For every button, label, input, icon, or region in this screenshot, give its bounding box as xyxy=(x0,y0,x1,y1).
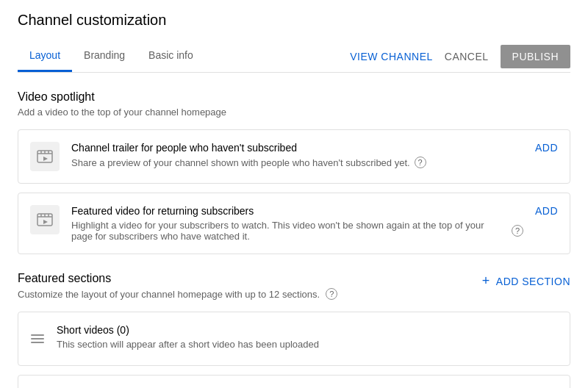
view-channel-button[interactable]: VIEW CHANNEL xyxy=(350,51,433,62)
trailer-icon xyxy=(30,142,60,171)
add-section-button[interactable]: + ADD SECTION xyxy=(482,272,570,289)
svg-marker-5 xyxy=(43,157,48,161)
featured-sections-header: Featured sections Customize the layout o… xyxy=(18,272,570,300)
featured-sections-subtitle-row: Customize the layout of your channel hom… xyxy=(18,288,482,300)
tab-basic-info[interactable]: Basic info xyxy=(137,40,205,72)
trailer-add-button[interactable]: ADD xyxy=(535,142,558,154)
tabs-nav: Layout Branding Basic info xyxy=(18,40,205,72)
featured-video-desc: Highlight a video for your subscribers t… xyxy=(71,220,523,242)
tab-branding[interactable]: Branding xyxy=(72,40,137,72)
page-title: Channel customization xyxy=(18,12,570,29)
featured-video-title: Featured video for returning subscribers xyxy=(71,205,523,217)
video-spotlight-section: Video spotlight Add a video to the top o… xyxy=(18,90,570,254)
short-videos-drag-handle[interactable] xyxy=(30,324,45,353)
tab-layout[interactable]: Layout xyxy=(18,40,72,72)
short-videos-card: Short videos (0) This section will appea… xyxy=(18,312,570,366)
header-row: Layout Branding Basic info VIEW CHANNEL … xyxy=(18,40,570,73)
trailer-card-action: ADD xyxy=(523,142,558,154)
featured-sections-section: Featured sections Customize the layout o… xyxy=(18,272,570,388)
add-section-label: ADD SECTION xyxy=(496,276,570,287)
short-videos-title: Short videos (0) xyxy=(57,324,558,336)
publish-button[interactable]: PUBLISH xyxy=(501,45,570,68)
featured-video-card-action: ADD xyxy=(523,205,558,217)
svg-marker-11 xyxy=(43,220,48,224)
trailer-card-content: Channel trailer for people who haven't s… xyxy=(71,142,523,168)
short-videos-desc: This section will appear after a short v… xyxy=(57,339,558,350)
featured-sections-title: Featured sections xyxy=(18,272,482,285)
trailer-help-icon[interactable]: ? xyxy=(415,157,426,168)
featured-video-card: Featured video for returning subscribers… xyxy=(18,193,570,254)
featured-video-content: Featured video for returning subscribers… xyxy=(71,205,523,242)
cancel-button[interactable]: CANCEL xyxy=(445,51,489,62)
video-spotlight-subtitle: Add a video to the top of your channel h… xyxy=(18,107,570,118)
page-container: Channel customization Layout Branding Ba… xyxy=(0,0,588,388)
featured-sections-help-icon[interactable]: ? xyxy=(326,288,337,300)
video-spotlight-title: Video spotlight xyxy=(18,90,570,104)
featured-video-help-icon[interactable]: ? xyxy=(512,225,523,237)
trailer-desc: Share a preview of your channel shown wi… xyxy=(71,157,523,168)
videos-card: Videos (0) This section will appear when… xyxy=(18,375,570,388)
header-actions: VIEW CHANNEL CANCEL PUBLISH xyxy=(350,45,570,68)
trailer-card: Channel trailer for people who haven't s… xyxy=(18,129,570,184)
featured-sections-list: Short videos (0) This section will appea… xyxy=(18,312,570,388)
trailer-title: Channel trailer for people who haven't s… xyxy=(71,142,523,154)
plus-icon: + xyxy=(482,273,490,289)
featured-video-add-button[interactable]: ADD xyxy=(535,205,558,217)
featured-video-icon xyxy=(30,205,60,234)
featured-sections-header-left: Featured sections Customize the layout o… xyxy=(18,272,482,300)
featured-sections-subtitle: Customize the layout of your channel hom… xyxy=(18,289,320,300)
short-videos-content: Short videos (0) This section will appea… xyxy=(57,324,558,350)
